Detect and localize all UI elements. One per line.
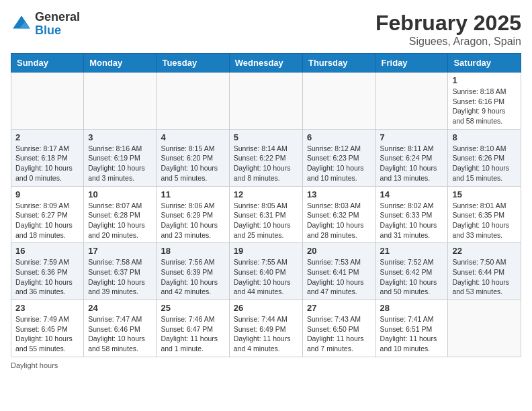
calendar-cell: 27Sunrise: 7:43 AM Sunset: 6:50 PM Dayli… xyxy=(302,300,375,357)
col-header-friday: Friday xyxy=(375,54,448,73)
day-info: Sunrise: 7:58 AM Sunset: 6:37 PM Dayligh… xyxy=(88,257,152,297)
day-info: Sunrise: 7:47 AM Sunset: 6:46 PM Dayligh… xyxy=(88,314,152,354)
calendar-cell: 15Sunrise: 8:01 AM Sunset: 6:35 PM Dayli… xyxy=(448,186,521,243)
day-info: Sunrise: 7:59 AM Sunset: 6:36 PM Dayligh… xyxy=(15,257,79,297)
day-number: 24 xyxy=(88,303,152,313)
day-info: Sunrise: 7:52 AM Sunset: 6:42 PM Dayligh… xyxy=(380,257,444,297)
logo-text: General Blue xyxy=(35,11,80,38)
day-number: 2 xyxy=(15,132,79,142)
calendar-cell xyxy=(157,73,229,130)
day-number: 18 xyxy=(161,246,224,256)
calendar-cell: 16Sunrise: 7:59 AM Sunset: 6:36 PM Dayli… xyxy=(11,243,84,300)
day-number: 20 xyxy=(307,246,371,256)
day-number: 4 xyxy=(161,132,224,142)
day-info: Sunrise: 7:43 AM Sunset: 6:50 PM Dayligh… xyxy=(307,314,371,354)
calendar-cell: 4Sunrise: 8:15 AM Sunset: 6:20 PM Daylig… xyxy=(157,129,229,186)
calendar-cell: 13Sunrise: 8:03 AM Sunset: 6:32 PM Dayli… xyxy=(302,186,375,243)
logo-line2: Blue xyxy=(35,24,80,38)
day-info: Sunrise: 8:01 AM Sunset: 6:35 PM Dayligh… xyxy=(452,201,517,240)
calendar-cell xyxy=(84,73,157,130)
calendar-cell: 8Sunrise: 8:10 AM Sunset: 6:26 PM Daylig… xyxy=(448,129,521,186)
logo-line1: General xyxy=(35,11,80,24)
day-info: Sunrise: 8:17 AM Sunset: 6:18 PM Dayligh… xyxy=(15,144,79,183)
col-header-sunday: Sunday xyxy=(11,54,84,73)
day-number: 7 xyxy=(380,132,444,142)
day-info: Sunrise: 7:44 AM Sunset: 6:49 PM Dayligh… xyxy=(234,314,298,354)
col-header-thursday: Thursday xyxy=(302,54,375,73)
col-header-monday: Monday xyxy=(84,54,157,73)
title-block: February 2025 Siguees, Aragon, Spain xyxy=(375,11,521,48)
day-number: 15 xyxy=(452,189,517,199)
day-info: Sunrise: 8:11 AM Sunset: 6:24 PM Dayligh… xyxy=(380,144,444,183)
day-info: Sunrise: 7:56 AM Sunset: 6:39 PM Dayligh… xyxy=(161,257,224,297)
calendar-cell: 20Sunrise: 7:53 AM Sunset: 6:41 PM Dayli… xyxy=(302,243,375,300)
calendar-cell: 12Sunrise: 8:05 AM Sunset: 6:31 PM Dayli… xyxy=(229,186,302,243)
day-number: 1 xyxy=(452,75,517,85)
day-info: Sunrise: 7:50 AM Sunset: 6:44 PM Dayligh… xyxy=(452,257,517,297)
calendar-cell xyxy=(302,73,375,130)
col-header-wednesday: Wednesday xyxy=(229,54,302,73)
day-info: Sunrise: 8:12 AM Sunset: 6:23 PM Dayligh… xyxy=(307,144,371,183)
day-info: Sunrise: 8:07 AM Sunset: 6:28 PM Dayligh… xyxy=(88,201,152,240)
day-info: Sunrise: 7:55 AM Sunset: 6:40 PM Dayligh… xyxy=(234,257,298,297)
day-info: Sunrise: 8:18 AM Sunset: 6:16 PM Dayligh… xyxy=(452,87,517,126)
day-info: Sunrise: 8:03 AM Sunset: 6:32 PM Dayligh… xyxy=(307,201,371,240)
calendar-cell: 23Sunrise: 7:49 AM Sunset: 6:45 PM Dayli… xyxy=(11,300,84,357)
calendar-cell: 5Sunrise: 8:14 AM Sunset: 6:22 PM Daylig… xyxy=(229,129,302,186)
calendar-cell: 22Sunrise: 7:50 AM Sunset: 6:44 PM Dayli… xyxy=(448,243,521,300)
day-info: Sunrise: 7:46 AM Sunset: 6:47 PM Dayligh… xyxy=(161,314,224,354)
calendar-cell: 25Sunrise: 7:46 AM Sunset: 6:47 PM Dayli… xyxy=(157,300,229,357)
calendar-cell: 7Sunrise: 8:11 AM Sunset: 6:24 PM Daylig… xyxy=(375,129,448,186)
calendar-cell: 17Sunrise: 7:58 AM Sunset: 6:37 PM Dayli… xyxy=(84,243,157,300)
calendar-week-row: 9Sunrise: 8:09 AM Sunset: 6:27 PM Daylig… xyxy=(11,186,521,243)
calendar-cell: 14Sunrise: 8:02 AM Sunset: 6:33 PM Dayli… xyxy=(375,186,448,243)
page-header: General Blue February 2025 Siguees, Arag… xyxy=(11,11,521,48)
day-number: 6 xyxy=(307,132,371,142)
day-number: 3 xyxy=(88,132,152,142)
day-number: 11 xyxy=(161,189,224,199)
day-info: Sunrise: 8:10 AM Sunset: 6:26 PM Dayligh… xyxy=(452,144,517,183)
calendar-cell: 10Sunrise: 8:07 AM Sunset: 6:28 PM Dayli… xyxy=(84,186,157,243)
calendar-week-row: 16Sunrise: 7:59 AM Sunset: 6:36 PM Dayli… xyxy=(11,243,521,300)
calendar-header-row: SundayMondayTuesdayWednesdayThursdayFrid… xyxy=(11,54,521,73)
day-number: 8 xyxy=(452,132,517,142)
calendar-table: SundayMondayTuesdayWednesdayThursdayFrid… xyxy=(11,53,521,357)
calendar-cell xyxy=(448,300,521,357)
day-info: Sunrise: 8:05 AM Sunset: 6:31 PM Dayligh… xyxy=(234,201,298,240)
calendar-cell: 2Sunrise: 8:17 AM Sunset: 6:18 PM Daylig… xyxy=(11,129,84,186)
day-number: 19 xyxy=(234,246,298,256)
day-number: 16 xyxy=(15,246,79,256)
calendar-cell: 11Sunrise: 8:06 AM Sunset: 6:29 PM Dayli… xyxy=(157,186,229,243)
col-header-saturday: Saturday xyxy=(448,54,521,73)
day-number: 25 xyxy=(161,303,224,313)
day-info: Sunrise: 8:16 AM Sunset: 6:19 PM Dayligh… xyxy=(88,144,152,183)
day-number: 12 xyxy=(234,189,298,199)
day-number: 9 xyxy=(15,189,79,199)
calendar-subtitle: Siguees, Aragon, Spain xyxy=(375,36,521,48)
day-number: 17 xyxy=(88,246,152,256)
day-info: Sunrise: 7:41 AM Sunset: 6:51 PM Dayligh… xyxy=(380,314,444,354)
day-info: Sunrise: 8:06 AM Sunset: 6:29 PM Dayligh… xyxy=(161,201,224,240)
logo: General Blue xyxy=(11,11,80,38)
col-header-tuesday: Tuesday xyxy=(157,54,229,73)
calendar-cell: 9Sunrise: 8:09 AM Sunset: 6:27 PM Daylig… xyxy=(11,186,84,243)
calendar-cell: 6Sunrise: 8:12 AM Sunset: 6:23 PM Daylig… xyxy=(302,129,375,186)
calendar-cell: 26Sunrise: 7:44 AM Sunset: 6:49 PM Dayli… xyxy=(229,300,302,357)
calendar-cell: 1Sunrise: 8:18 AM Sunset: 6:16 PM Daylig… xyxy=(448,73,521,130)
footer: Daylight hours xyxy=(11,361,521,369)
day-info: Sunrise: 8:14 AM Sunset: 6:22 PM Dayligh… xyxy=(234,144,298,183)
day-number: 22 xyxy=(452,246,517,256)
day-info: Sunrise: 7:49 AM Sunset: 6:45 PM Dayligh… xyxy=(15,314,79,354)
calendar-cell xyxy=(375,73,448,130)
day-info: Sunrise: 8:09 AM Sunset: 6:27 PM Dayligh… xyxy=(15,201,79,240)
calendar-cell: 24Sunrise: 7:47 AM Sunset: 6:46 PM Dayli… xyxy=(84,300,157,357)
day-number: 14 xyxy=(380,189,444,199)
day-number: 10 xyxy=(88,189,152,199)
calendar-cell: 3Sunrise: 8:16 AM Sunset: 6:19 PM Daylig… xyxy=(84,129,157,186)
calendar-cell: 21Sunrise: 7:52 AM Sunset: 6:42 PM Dayli… xyxy=(375,243,448,300)
calendar-cell xyxy=(11,73,84,130)
day-info: Sunrise: 8:15 AM Sunset: 6:20 PM Dayligh… xyxy=(161,144,224,183)
day-number: 28 xyxy=(380,303,444,313)
calendar-title: February 2025 xyxy=(375,11,521,36)
day-info: Sunrise: 8:02 AM Sunset: 6:33 PM Dayligh… xyxy=(380,201,444,240)
